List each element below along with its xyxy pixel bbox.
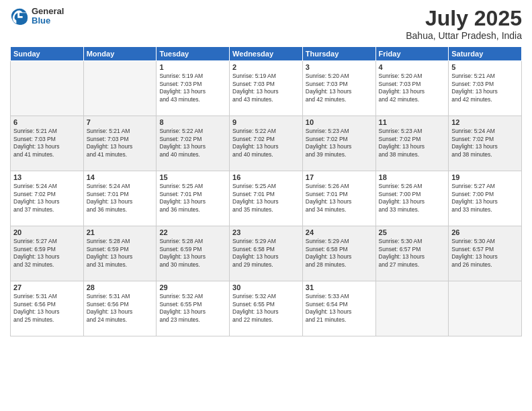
day-info: Sunrise: 5:24 AM Sunset: 7:01 PM Dayligh… xyxy=(87,183,154,214)
table-row: 26Sunrise: 5:30 AM Sunset: 6:57 PM Dayli… xyxy=(449,226,522,281)
day-info: Sunrise: 5:20 AM Sunset: 7:03 PM Dayligh… xyxy=(379,73,446,103)
day-info: Sunrise: 5:28 AM Sunset: 6:59 PM Dayligh… xyxy=(87,238,154,269)
table-row: 12Sunrise: 5:24 AM Sunset: 7:02 PM Dayli… xyxy=(449,116,522,171)
day-number: 22 xyxy=(159,228,226,236)
day-number: 5 xyxy=(451,63,519,71)
day-number: 3 xyxy=(306,63,373,71)
day-info: Sunrise: 5:27 AM Sunset: 6:59 PM Dayligh… xyxy=(13,238,81,269)
col-saturday: Saturday xyxy=(449,47,522,61)
day-info: Sunrise: 5:31 AM Sunset: 6:56 PM Dayligh… xyxy=(87,293,154,324)
table-row: 6Sunrise: 5:21 AM Sunset: 7:03 PM Daylig… xyxy=(11,116,84,171)
day-number: 11 xyxy=(379,118,446,126)
table-row: 20Sunrise: 5:27 AM Sunset: 6:59 PM Dayli… xyxy=(11,226,84,281)
day-info: Sunrise: 5:26 AM Sunset: 7:01 PM Dayligh… xyxy=(306,183,373,214)
day-number: 10 xyxy=(306,118,373,126)
table-row: 21Sunrise: 5:28 AM Sunset: 6:59 PM Dayli… xyxy=(83,226,157,281)
day-info: Sunrise: 5:30 AM Sunset: 6:57 PM Dayligh… xyxy=(451,238,519,269)
table-row: 8Sunrise: 5:22 AM Sunset: 7:02 PM Daylig… xyxy=(157,116,230,171)
day-info: Sunrise: 5:24 AM Sunset: 7:02 PM Dayligh… xyxy=(13,183,81,214)
col-monday: Monday xyxy=(83,47,157,61)
day-number: 2 xyxy=(232,63,300,71)
table-row xyxy=(11,61,84,116)
day-info: Sunrise: 5:24 AM Sunset: 7:02 PM Dayligh… xyxy=(451,128,519,158)
day-info: Sunrise: 5:23 AM Sunset: 7:02 PM Dayligh… xyxy=(306,128,373,158)
day-number: 17 xyxy=(306,173,373,181)
table-row xyxy=(449,281,522,336)
day-number: 28 xyxy=(87,283,154,291)
main-title: July 2025 xyxy=(406,7,522,30)
logo-blue-text: Blue xyxy=(32,16,64,26)
table-row: 22Sunrise: 5:28 AM Sunset: 6:59 PM Dayli… xyxy=(157,226,230,281)
calendar-week-row: 1Sunrise: 5:19 AM Sunset: 7:03 PM Daylig… xyxy=(11,61,522,116)
day-number: 13 xyxy=(13,173,81,181)
day-number: 4 xyxy=(379,63,446,71)
table-row: 11Sunrise: 5:23 AM Sunset: 7:02 PM Dayli… xyxy=(375,116,449,171)
day-info: Sunrise: 5:29 AM Sunset: 6:58 PM Dayligh… xyxy=(232,238,300,269)
day-number: 31 xyxy=(306,283,373,291)
table-row: 27Sunrise: 5:31 AM Sunset: 6:56 PM Dayli… xyxy=(11,281,84,336)
day-info: Sunrise: 5:25 AM Sunset: 7:01 PM Dayligh… xyxy=(159,183,226,214)
table-row: 2Sunrise: 5:19 AM Sunset: 7:03 PM Daylig… xyxy=(230,61,303,116)
day-info: Sunrise: 5:26 AM Sunset: 7:00 PM Dayligh… xyxy=(379,183,446,214)
table-row: 13Sunrise: 5:24 AM Sunset: 7:02 PM Dayli… xyxy=(11,171,84,226)
day-number: 15 xyxy=(159,173,226,181)
col-friday: Friday xyxy=(375,47,449,61)
day-info: Sunrise: 5:33 AM Sunset: 6:54 PM Dayligh… xyxy=(306,293,373,324)
table-row: 14Sunrise: 5:24 AM Sunset: 7:01 PM Dayli… xyxy=(83,171,157,226)
logo-text: General Blue xyxy=(32,7,64,26)
table-row: 15Sunrise: 5:25 AM Sunset: 7:01 PM Dayli… xyxy=(157,171,230,226)
calendar-week-row: 6Sunrise: 5:21 AM Sunset: 7:03 PM Daylig… xyxy=(11,116,522,171)
day-number: 26 xyxy=(451,228,519,236)
day-info: Sunrise: 5:21 AM Sunset: 7:03 PM Dayligh… xyxy=(13,128,81,158)
day-info: Sunrise: 5:19 AM Sunset: 7:03 PM Dayligh… xyxy=(159,73,226,103)
day-number: 19 xyxy=(451,173,519,181)
table-row: 18Sunrise: 5:26 AM Sunset: 7:00 PM Dayli… xyxy=(375,171,449,226)
day-info: Sunrise: 5:28 AM Sunset: 6:59 PM Dayligh… xyxy=(159,238,226,269)
day-info: Sunrise: 5:23 AM Sunset: 7:02 PM Dayligh… xyxy=(379,128,446,158)
day-info: Sunrise: 5:20 AM Sunset: 7:03 PM Dayligh… xyxy=(306,73,373,103)
day-number: 30 xyxy=(232,283,300,291)
day-number: 20 xyxy=(13,228,81,236)
page: General Blue July 2025 Bahua, Uttar Prad… xyxy=(0,0,532,411)
day-info: Sunrise: 5:32 AM Sunset: 6:55 PM Dayligh… xyxy=(232,293,300,324)
logo: General Blue xyxy=(10,7,64,26)
day-info: Sunrise: 5:19 AM Sunset: 7:03 PM Dayligh… xyxy=(232,73,300,103)
day-number: 25 xyxy=(379,228,446,236)
day-info: Sunrise: 5:21 AM Sunset: 7:03 PM Dayligh… xyxy=(451,73,519,103)
table-row: 29Sunrise: 5:32 AM Sunset: 6:55 PM Dayli… xyxy=(157,281,230,336)
calendar-week-row: 20Sunrise: 5:27 AM Sunset: 6:59 PM Dayli… xyxy=(11,226,522,281)
table-row: 24Sunrise: 5:29 AM Sunset: 6:58 PM Dayli… xyxy=(302,226,375,281)
day-number: 1 xyxy=(159,63,226,71)
calendar-header-row: Sunday Monday Tuesday Wednesday Thursday… xyxy=(11,47,522,61)
day-number: 27 xyxy=(13,283,81,291)
calendar-week-row: 13Sunrise: 5:24 AM Sunset: 7:02 PM Dayli… xyxy=(11,171,522,226)
col-sunday: Sunday xyxy=(11,47,84,61)
header: General Blue July 2025 Bahua, Uttar Prad… xyxy=(10,7,522,41)
day-number: 23 xyxy=(232,228,300,236)
day-info: Sunrise: 5:31 AM Sunset: 6:56 PM Dayligh… xyxy=(13,293,81,324)
table-row: 28Sunrise: 5:31 AM Sunset: 6:56 PM Dayli… xyxy=(83,281,157,336)
table-row: 23Sunrise: 5:29 AM Sunset: 6:58 PM Dayli… xyxy=(230,226,303,281)
day-info: Sunrise: 5:32 AM Sunset: 6:55 PM Dayligh… xyxy=(159,293,226,324)
table-row: 30Sunrise: 5:32 AM Sunset: 6:55 PM Dayli… xyxy=(230,281,303,336)
table-row: 3Sunrise: 5:20 AM Sunset: 7:03 PM Daylig… xyxy=(302,61,375,116)
day-number: 8 xyxy=(159,118,226,126)
day-info: Sunrise: 5:21 AM Sunset: 7:03 PM Dayligh… xyxy=(87,128,154,158)
day-number: 21 xyxy=(87,228,154,236)
table-row: 25Sunrise: 5:30 AM Sunset: 6:57 PM Dayli… xyxy=(375,226,449,281)
table-row: 19Sunrise: 5:27 AM Sunset: 7:00 PM Dayli… xyxy=(449,171,522,226)
table-row: 7Sunrise: 5:21 AM Sunset: 7:03 PM Daylig… xyxy=(83,116,157,171)
day-number: 14 xyxy=(87,173,154,181)
day-number: 29 xyxy=(159,283,226,291)
calendar-week-row: 27Sunrise: 5:31 AM Sunset: 6:56 PM Dayli… xyxy=(11,281,522,336)
table-row: 16Sunrise: 5:25 AM Sunset: 7:01 PM Dayli… xyxy=(230,171,303,226)
table-row: 5Sunrise: 5:21 AM Sunset: 7:03 PM Daylig… xyxy=(449,61,522,116)
day-number: 16 xyxy=(232,173,300,181)
day-number: 6 xyxy=(13,118,81,126)
day-info: Sunrise: 5:27 AM Sunset: 7:00 PM Dayligh… xyxy=(451,183,519,214)
table-row xyxy=(375,281,449,336)
col-wednesday: Wednesday xyxy=(230,47,303,61)
day-info: Sunrise: 5:25 AM Sunset: 7:01 PM Dayligh… xyxy=(232,183,300,214)
day-number: 18 xyxy=(379,173,446,181)
logo-icon xyxy=(10,7,29,26)
